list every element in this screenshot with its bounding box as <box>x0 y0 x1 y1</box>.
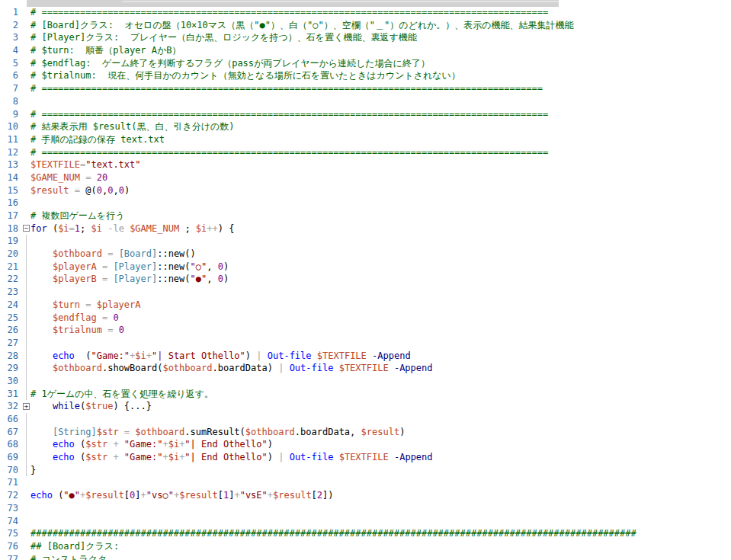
code-line[interactable]: 7# =====================================… <box>0 82 731 95</box>
code-text[interactable]: $endflag = 0 <box>30 312 731 325</box>
line-number[interactable]: 11 <box>0 133 20 146</box>
code-text[interactable]: $turn = $playerA <box>30 299 731 312</box>
line-number[interactable]: 24 <box>0 299 20 312</box>
code-line[interactable]: 14$GAME_NUM = 20 <box>0 171 731 184</box>
line-number[interactable]: 73 <box>0 502 20 515</box>
line-number[interactable]: 26 <box>0 324 20 337</box>
code-line[interactable]: 24 $turn = $playerA <box>0 299 731 312</box>
line-number[interactable]: 28 <box>0 350 20 363</box>
code-text[interactable]: # [Board]クラス: オセロの盤（10×10マス（黒（"●"）、白（"○"… <box>30 19 731 32</box>
line-number[interactable]: 17 <box>0 210 20 222</box>
line-number[interactable]: 21 <box>0 261 20 274</box>
line-number[interactable]: 2 <box>0 19 20 32</box>
code-line[interactable]: 68 echo ($str + "Game:"+$i+"| End Othell… <box>0 438 731 451</box>
code-text[interactable]: ## [Board]クラス: <box>30 540 731 553</box>
line-number[interactable]: 31 <box>0 388 20 401</box>
code-line[interactable]: 2# [Board]クラス: オセロの盤（10×10マス（黒（"●"）、白（"○… <box>0 19 731 32</box>
code-text[interactable]: for ($i=1; $i -le $GAME_NUM ; $i++) { <box>30 222 731 235</box>
code-line[interactable]: 19 <box>0 235 731 248</box>
code-line[interactable]: 13$TEXTFILE="text.txt" <box>0 158 731 171</box>
code-text[interactable]: # 手順の記録の保存 text.txt <box>30 133 731 146</box>
code-text[interactable] <box>30 375 731 388</box>
line-number[interactable]: 18 <box>0 222 20 235</box>
code-text[interactable]: while($true) {...} <box>30 400 731 413</box>
code-line[interactable]: 32+ while($true) {...} <box>0 400 731 413</box>
line-number[interactable]: 74 <box>0 515 20 528</box>
code-text[interactable]: # ======================================… <box>30 108 731 121</box>
code-line[interactable]: 8 <box>0 95 731 108</box>
code-text[interactable] <box>30 286 731 299</box>
code-text[interactable]: # 1ゲームの中、石を置く処理を繰り返す。 <box>30 388 731 401</box>
line-number[interactable]: 32 <box>0 400 20 413</box>
code-line[interactable]: 25 $endflag = 0 <box>0 312 731 325</box>
code-text[interactable]: $playerB = [Player]::new("●", 0) <box>30 273 731 286</box>
code-text[interactable]: echo ($str + "Game:"+$i+"| End Othello") <box>30 438 731 451</box>
line-number[interactable]: 75 <box>0 527 20 540</box>
line-number[interactable]: 68 <box>0 438 20 451</box>
line-number[interactable]: 30 <box>0 375 20 388</box>
code-text[interactable]: # [Player]クラス: プレイヤー（白か黒、ロジックを持つ）、石を置く機能… <box>30 31 731 44</box>
line-number[interactable]: 1 <box>0 6 20 19</box>
code-text[interactable]: $GAME_NUM = 20 <box>30 171 731 184</box>
line-number[interactable]: 10 <box>0 120 20 133</box>
code-line[interactable]: 10# 結果表示用 $result(黒、白、引き分けの数) <box>0 120 731 133</box>
code-text[interactable]: # $trialnum: 現在、何手目かのカウント（無効となる場所に石を置いたと… <box>30 69 731 82</box>
line-number[interactable]: 27 <box>0 337 20 350</box>
code-line[interactable]: 6# $trialnum: 現在、何手目かのカウント（無効となる場所に石を置いた… <box>0 69 731 82</box>
code-text[interactable] <box>30 95 731 108</box>
code-line[interactable]: 75######################################… <box>0 527 731 540</box>
code-line[interactable]: 30 <box>0 375 731 388</box>
code-text[interactable]: # コンストラクタ <box>30 553 731 560</box>
code-text[interactable] <box>30 413 731 426</box>
code-line[interactable]: 69 echo ($str + "Game:"+$i+"| End Othell… <box>0 451 731 464</box>
code-text[interactable] <box>30 197 731 210</box>
code-text[interactable]: $othboard.showBoard($othboard.boardData)… <box>30 362 731 375</box>
code-text[interactable] <box>30 502 731 515</box>
code-line[interactable]: 70} <box>0 464 731 477</box>
code-line[interactable]: 73 <box>0 502 731 515</box>
code-text[interactable] <box>30 476 731 489</box>
line-number[interactable]: 12 <box>0 146 20 159</box>
line-number[interactable]: 66 <box>0 413 20 426</box>
line-number[interactable]: 3 <box>0 31 20 44</box>
code-text[interactable]: # $turn: 順番（player AかB） <box>30 44 731 57</box>
line-number[interactable]: 5 <box>0 57 20 70</box>
code-line[interactable]: 18−for ($i=1; $i -le $GAME_NUM ; $i++) { <box>0 222 731 235</box>
line-number[interactable]: 7 <box>0 82 20 95</box>
code-line[interactable]: 21 $playerA = [Player]::new("○", 0) <box>0 261 731 274</box>
code-text[interactable]: $TEXTFILE="text.txt" <box>30 158 731 171</box>
line-number[interactable]: 19 <box>0 235 20 248</box>
line-number[interactable]: 22 <box>0 273 20 286</box>
code-text[interactable]: echo ("●"+$result[0]+"vs○"+$result[1]+"v… <box>30 489 731 502</box>
line-number[interactable]: 69 <box>0 451 20 464</box>
line-number[interactable]: 25 <box>0 312 20 325</box>
code-line[interactable]: 16 <box>0 197 731 210</box>
code-line[interactable]: 77# コンストラクタ <box>0 553 731 560</box>
code-line[interactable]: 20 $othboard = [Board]::new() <box>0 248 731 261</box>
code-text[interactable]: # ======================================… <box>30 82 731 95</box>
code-text[interactable]: # ======================================… <box>30 6 731 19</box>
line-number[interactable]: 23 <box>0 286 20 299</box>
code-text[interactable]: } <box>30 464 731 477</box>
script-editor-pane[interactable]: 1# =====================================… <box>0 0 731 560</box>
code-text[interactable] <box>30 235 731 248</box>
code-text[interactable]: ########################################… <box>30 527 731 540</box>
code-text[interactable]: # 結果表示用 $result(黒、白、引き分けの数) <box>30 120 731 133</box>
code-line[interactable]: 5# $endflag: ゲーム終了を判断するフラグ（passが両プレイヤーから… <box>0 57 731 70</box>
line-number[interactable]: 70 <box>0 464 20 477</box>
code-text[interactable]: # $endflag: ゲーム終了を判断するフラグ（passが両プレイヤーから連… <box>30 57 731 70</box>
line-number[interactable]: 4 <box>0 44 20 57</box>
code-line[interactable]: 31# 1ゲームの中、石を置く処理を繰り返す。 <box>0 388 731 401</box>
code-text[interactable]: $othboard = [Board]::new() <box>30 248 731 261</box>
code-text[interactable] <box>30 337 731 350</box>
line-number[interactable]: 9 <box>0 108 20 121</box>
code-line[interactable]: 67 [String]$str = $othboard.sumResult($o… <box>0 426 731 439</box>
code-text[interactable]: [String]$str = $othboard.sumResult($othb… <box>30 426 731 439</box>
code-line[interactable]: 22 $playerB = [Player]::new("●", 0) <box>0 273 731 286</box>
code-text[interactable]: # ======================================… <box>30 146 731 159</box>
code-line[interactable]: 12# ====================================… <box>0 146 731 159</box>
code-line[interactable]: 29 $othboard.showBoard($othboard.boardDa… <box>0 362 731 375</box>
code-line[interactable]: 17# 複数回ゲームを行う <box>0 210 731 222</box>
line-number[interactable]: 15 <box>0 184 20 197</box>
code-line[interactable]: 28 echo ("Game:"+$i+"| Start Othello") |… <box>0 350 731 363</box>
